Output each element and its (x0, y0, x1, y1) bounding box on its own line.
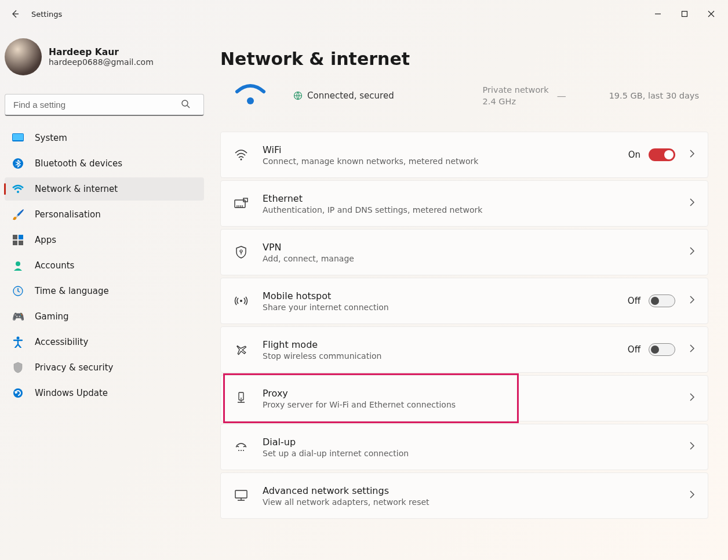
card-vpn[interactable]: VPN Add, connect, manage (220, 229, 708, 275)
hotspot-icon (234, 293, 249, 308)
wifi-toggle[interactable] (649, 148, 675, 161)
sidebar-item-bluetooth[interactable]: Bluetooth & devices (5, 152, 204, 175)
dialup-icon (234, 439, 249, 454)
hotspot-toggle[interactable] (649, 294, 675, 307)
card-proxy[interactable]: Proxy Proxy server for Wi-Fi and Etherne… (220, 375, 708, 421)
accounts-icon (12, 259, 24, 272)
network-summary[interactable]: Connected, secured Private network 2.4 G… (220, 79, 708, 120)
card-subtitle: Share your internet connection (263, 303, 628, 312)
svg-rect-7 (19, 235, 23, 239)
net-status-block: Connected, secured (293, 90, 483, 101)
sidebar-item-label: Time & language (35, 286, 109, 296)
ethernet-icon (234, 196, 249, 211)
svg-point-5 (17, 191, 19, 193)
card-title: WiFi (263, 144, 628, 155)
sidebar-item-accounts[interactable]: Accounts (5, 254, 204, 277)
sidebar-item-network[interactable]: Network & internet (5, 177, 204, 201)
sidebar-item-apps[interactable]: Apps (5, 228, 204, 252)
sidebar: Hardeep Kaur hardeep0688@gmail.com Syste… (0, 28, 209, 560)
card-title: Ethernet (263, 193, 683, 204)
data-usage: 19.5 GB, last 30 days (609, 91, 699, 100)
svg-point-20 (240, 300, 242, 302)
svg-point-1 (182, 100, 188, 106)
sidebar-item-label: Accessibility (35, 337, 88, 347)
network-properties: Private network 2.4 GHz (483, 84, 549, 108)
shield-icon (12, 361, 24, 374)
svg-rect-9 (19, 241, 23, 245)
svg-point-13 (13, 388, 23, 398)
card-subtitle: View all network adapters, network reset (263, 497, 683, 507)
wifi-icon (12, 183, 24, 195)
card-advanced[interactable]: Advanced network settings View all netwo… (220, 472, 708, 519)
svg-point-19 (240, 250, 242, 252)
main-content: Network & internet Connected, secured Pr… (209, 28, 728, 560)
window-title: Settings (31, 10, 62, 19)
globe-icon (293, 91, 303, 100)
svg-rect-6 (13, 235, 17, 239)
minimize-button[interactable] (645, 5, 671, 23)
clock-icon (12, 285, 24, 297)
card-dialup[interactable]: Dial-up Set up a dial-up internet connec… (220, 424, 708, 470)
card-hotspot[interactable]: Mobile hotspot Share your internet conne… (220, 278, 708, 324)
network-type: Private network (483, 84, 549, 96)
sidebar-item-gaming[interactable]: 🎮 Gaming (5, 305, 204, 328)
card-wifi[interactable]: WiFi Connect, manage known networks, met… (220, 132, 708, 178)
sidebar-item-update[interactable]: Windows Update (5, 381, 204, 405)
card-subtitle: Set up a dial-up internet connection (263, 449, 683, 458)
card-subtitle: Connect, manage known networks, metered … (263, 157, 628, 166)
card-ethernet[interactable]: Ethernet Authentication, IP and DNS sett… (220, 180, 708, 227)
wifi-icon (234, 147, 249, 162)
accessibility-icon (12, 336, 24, 348)
proxy-icon (234, 391, 249, 406)
sidebar-item-label: Network & internet (35, 184, 118, 194)
chevron-right-icon (689, 295, 695, 307)
bluetooth-icon (12, 157, 24, 170)
advanced-network-icon (234, 488, 249, 503)
svg-rect-3 (13, 134, 23, 140)
wifi-large-icon (234, 79, 267, 112)
sidebar-item-personalisation[interactable]: 🖌️ Personalisation (5, 203, 204, 226)
sidebar-item-label: Accounts (35, 260, 74, 271)
network-band: 2.4 GHz (483, 96, 549, 107)
chevron-right-icon (689, 198, 695, 209)
toggle-label: Off (628, 296, 640, 306)
chevron-right-icon (689, 344, 695, 355)
card-title: VPN (263, 242, 683, 253)
svg-point-10 (16, 261, 20, 266)
sidebar-item-label: Windows Update (35, 388, 108, 398)
user-name: Hardeep Kaur (49, 47, 154, 57)
sidebar-item-time[interactable]: Time & language (5, 279, 204, 303)
svg-point-24 (241, 450, 242, 451)
card-subtitle: Proxy server for Wi-Fi and Ethernet conn… (263, 400, 683, 409)
close-icon (708, 10, 715, 17)
svg-point-16 (241, 159, 242, 161)
arrow-left-icon (10, 9, 20, 19)
sidebar-item-label: Apps (35, 235, 56, 245)
sidebar-item-system[interactable]: System (5, 126, 204, 150)
card-subtitle: Stop wireless communication (263, 351, 628, 361)
chevron-right-icon (689, 490, 695, 501)
sidebar-item-label: Privacy & security (35, 362, 113, 373)
page-title: Network & internet (220, 49, 708, 69)
flight-mode-toggle[interactable] (649, 343, 675, 356)
card-title: Mobile hotspot (263, 290, 628, 301)
toggle-label: Off (628, 344, 640, 355)
svg-point-23 (238, 450, 239, 451)
maximize-button[interactable] (671, 5, 698, 23)
card-flight-mode[interactable]: Flight mode Stop wireless communication … (220, 326, 708, 373)
title-bar: Settings (0, 0, 728, 28)
settings-card-list: WiFi Connect, manage known networks, met… (220, 132, 708, 519)
paintbrush-icon: 🖌️ (12, 208, 24, 221)
svg-rect-0 (682, 12, 687, 17)
close-button[interactable] (698, 5, 725, 23)
back-button[interactable] (3, 2, 27, 26)
svg-point-22 (241, 398, 242, 399)
maximize-icon (681, 10, 688, 17)
sidebar-item-accessibility[interactable]: Accessibility (5, 330, 204, 354)
sidebar-item-privacy[interactable]: Privacy & security (5, 356, 204, 379)
minimize-icon (654, 10, 661, 17)
window-controls (645, 5, 725, 23)
user-block[interactable]: Hardeep Kaur hardeep0688@gmail.com (5, 35, 204, 83)
vpn-shield-icon (234, 245, 249, 260)
search-input[interactable] (5, 94, 204, 116)
